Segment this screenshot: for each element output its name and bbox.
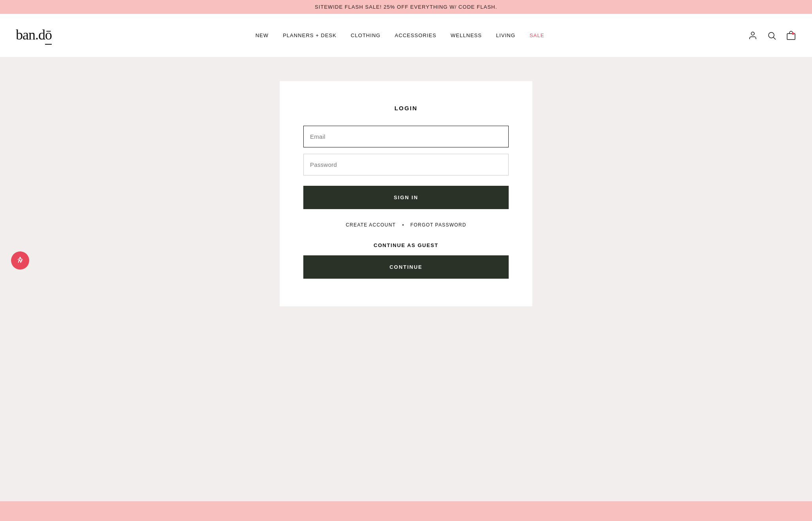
promo-banner: SITEWIDE FLASH SALE! 25% OFF EVERYTHING … bbox=[0, 0, 812, 14]
svg-point-1 bbox=[769, 32, 774, 38]
nav-item-new[interactable]: NEW bbox=[256, 32, 269, 38]
nav-item-accessories[interactable]: ACCESSORIES bbox=[395, 32, 436, 38]
dot-divider: • bbox=[402, 222, 404, 228]
nav-item-clothing[interactable]: CLOTHING bbox=[351, 32, 381, 38]
nav-item-living[interactable]: LIVING bbox=[496, 32, 515, 38]
email-field-group bbox=[303, 126, 509, 147]
password-field-group bbox=[303, 154, 509, 176]
account-icon[interactable] bbox=[748, 31, 757, 40]
svg-point-4 bbox=[792, 32, 794, 35]
main-content: LOGIN SIGN IN CREATE ACCOUNT • FORGOT PA… bbox=[0, 57, 812, 519]
search-icon[interactable] bbox=[767, 31, 776, 40]
login-card: LOGIN SIGN IN CREATE ACCOUNT • FORGOT PA… bbox=[280, 81, 532, 306]
svg-point-5 bbox=[19, 257, 21, 259]
accessibility-icon bbox=[16, 256, 24, 265]
password-input[interactable] bbox=[303, 154, 509, 176]
footer-band bbox=[0, 501, 812, 521]
forgot-password-link[interactable]: FORGOT PASSWORD bbox=[410, 222, 466, 228]
nav-item-sale[interactable]: SALE bbox=[530, 32, 544, 38]
accessibility-button[interactable] bbox=[11, 251, 29, 270]
create-account-link[interactable]: CREATE ACCOUNT bbox=[346, 222, 396, 228]
nav-item-planners-desk[interactable]: PLANNERS + DESK bbox=[283, 32, 336, 38]
guest-section: CONTINUE AS GUEST CONTINUE bbox=[303, 242, 509, 279]
email-input[interactable] bbox=[303, 126, 509, 147]
auth-links: CREATE ACCOUNT • FORGOT PASSWORD bbox=[303, 222, 509, 228]
svg-rect-3 bbox=[787, 34, 795, 40]
header-icons bbox=[748, 30, 796, 41]
svg-point-0 bbox=[751, 32, 754, 35]
login-title: LOGIN bbox=[303, 105, 509, 111]
continue-button[interactable]: CONTINUE bbox=[303, 255, 509, 279]
nav-item-wellness[interactable]: WELLNESS bbox=[451, 32, 482, 38]
site-logo[interactable]: ban.dō bbox=[16, 26, 52, 45]
guest-section-label: CONTINUE AS GUEST bbox=[303, 242, 509, 248]
main-nav: NEW PLANNERS + DESK CLOTHING ACCESSORIES… bbox=[256, 32, 545, 38]
sign-in-button[interactable]: SIGN IN bbox=[303, 186, 509, 209]
svg-line-2 bbox=[773, 37, 776, 40]
cart-icon[interactable] bbox=[786, 30, 796, 41]
site-header: ban.dō NEW PLANNERS + DESK CLOTHING ACCE… bbox=[0, 14, 812, 57]
banner-text: SITEWIDE FLASH SALE! 25% OFF EVERYTHING … bbox=[315, 4, 497, 10]
